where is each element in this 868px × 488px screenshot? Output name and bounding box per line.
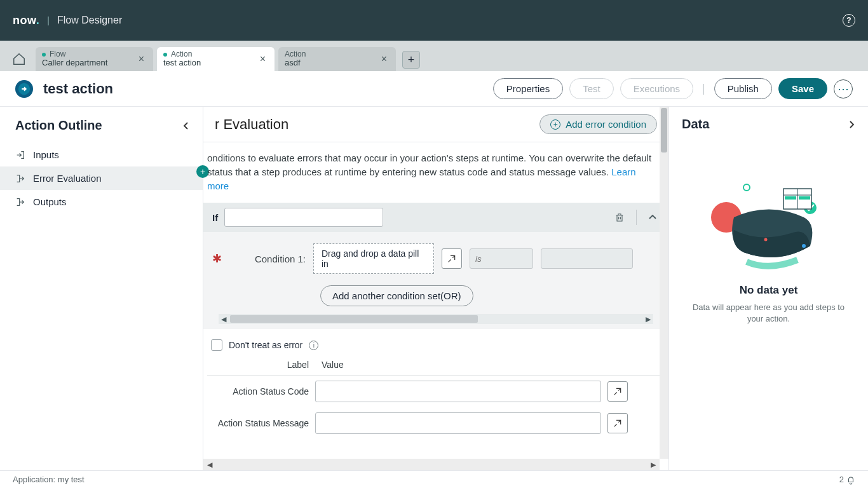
condition-header: If [203, 203, 668, 232]
outline-item-label: Inputs [33, 149, 59, 160]
tab-flow-caller-department[interactable]: Flow Caller department × [36, 47, 153, 71]
help-button[interactable]: ? [843, 14, 855, 27]
vertical-scrollbar[interactable] [660, 107, 668, 459]
add-tab-button[interactable]: + [402, 51, 420, 69]
app-header: now. | Flow Designer ? [0, 0, 868, 41]
chevron-right-icon[interactable] [848, 120, 855, 129]
input-icon [15, 150, 27, 160]
modified-dot-icon [42, 53, 46, 57]
value-input[interactable] [541, 248, 633, 269]
if-label: If [212, 212, 218, 223]
chevron-left-icon[interactable]: ◀ [219, 315, 229, 323]
separator: | [700, 82, 708, 95]
close-icon[interactable]: × [257, 52, 268, 66]
collapse-sidebar-button[interactable] [182, 121, 190, 130]
error-evaluation-panel: r Evaluation + Add error condition ondit… [203, 107, 668, 470]
action-status-message-row: Action Status Message [207, 407, 665, 439]
tab-action-asdf[interactable]: Action asdf × [278, 47, 396, 71]
info-icon[interactable]: i [309, 341, 318, 350]
data-pill-dropzone[interactable]: Drag and drop a data pill in [313, 243, 434, 274]
data-pill-picker-button[interactable] [607, 413, 628, 433]
bell-icon[interactable] [846, 475, 855, 485]
svg-rect-8 [799, 196, 810, 200]
dont-treat-as-error-checkbox[interactable] [211, 339, 222, 351]
collapse-condition-button[interactable] [646, 210, 660, 224]
close-icon[interactable]: × [136, 52, 147, 66]
home-tab[interactable] [6, 47, 32, 71]
close-icon[interactable]: × [379, 52, 390, 66]
no-data-body: Data will appear here as you add steps t… [682, 302, 855, 325]
outline-item-label: Error Evaluation [33, 173, 102, 184]
empty-state-illustration [709, 182, 829, 271]
no-data-title: No data yet [682, 284, 855, 297]
data-pill-picker-button[interactable] [442, 248, 462, 269]
data-pill-picker-button[interactable] [607, 381, 628, 402]
outline-item-label: Outputs [33, 196, 67, 207]
header-left: now. | Flow Designer [13, 14, 122, 27]
executions-button[interactable]: Executions [620, 78, 693, 99]
product-name: Flow Designer [57, 15, 122, 26]
tab-action-test-action[interactable]: Action test action × [157, 47, 275, 71]
field-label: Action Status Code [207, 386, 309, 396]
notification-count: 2 [839, 475, 844, 484]
divider: | [47, 15, 50, 25]
required-indicator: ✱ [212, 252, 228, 266]
action-status-message-input[interactable] [315, 412, 601, 434]
operator-select[interactable] [470, 248, 533, 269]
error-eval-icon [15, 173, 27, 184]
application-label: Application: my test [13, 475, 85, 484]
outline-item-outputs[interactable]: Outputs [0, 190, 203, 214]
logo: now. [13, 14, 39, 27]
chevron-left-icon[interactable]: ◀ [207, 461, 212, 469]
dont-treat-as-error-label: Don't treat as error [229, 340, 302, 350]
add-error-condition-button[interactable]: + Add error condition [539, 114, 657, 134]
field-label: Action Status Message [207, 418, 309, 428]
output-icon [15, 197, 27, 207]
panel-heading: r Evaluation [215, 116, 288, 133]
action-bar: test action Properties Test Executions |… [0, 71, 868, 107]
dont-treat-as-error-row: Don't treat as error i [207, 329, 665, 356]
action-status-code-input[interactable] [315, 381, 601, 402]
data-panel: Data No data yet [668, 107, 868, 470]
action-outline-sidebar: Action Outline Inputs Error Evaluation [0, 107, 203, 470]
panel-description: onditions to evaluate errors that may oc… [203, 142, 668, 196]
action-status-code-row: Action Status Code [207, 376, 665, 407]
save-button[interactable]: Save [778, 78, 827, 99]
chevron-right-icon[interactable]: ▶ [651, 461, 656, 469]
action-name: test action [43, 81, 113, 97]
data-panel-title: Data [682, 117, 709, 132]
main-area: Action Outline Inputs Error Evaluation [0, 107, 868, 470]
outline-item-inputs[interactable]: Inputs [0, 143, 203, 166]
modified-dot-icon [163, 53, 167, 57]
svg-point-1 [743, 184, 750, 191]
svg-point-10 [802, 244, 806, 248]
delete-condition-button[interactable] [612, 209, 627, 226]
test-button[interactable]: Test [569, 78, 614, 99]
condition-horizontal-scrollbar[interactable]: ◀ ▶ [219, 314, 653, 324]
action-icon [15, 80, 33, 98]
properties-button[interactable]: Properties [493, 78, 563, 99]
more-menu-button[interactable]: ⋯ [834, 79, 853, 98]
sidebar-title: Action Outline [15, 118, 102, 133]
publish-button[interactable]: Publish [714, 78, 772, 99]
add-condition-set-button[interactable]: Add another condition set(OR) [320, 285, 473, 306]
tabs-bar: Flow Caller department × Action test act… [0, 41, 868, 71]
condition-label: Condition 1: [236, 254, 306, 264]
condition-name-input[interactable] [224, 208, 383, 227]
condition-section: If ✱ Condition 1: [203, 203, 668, 329]
outline-item-error-evaluation[interactable]: Error Evaluation [0, 166, 203, 190]
svg-point-9 [764, 238, 767, 241]
label-value-header: Label Value [207, 356, 665, 376]
footer-bar: Application: my test 2 [0, 470, 868, 488]
plus-icon: + [550, 119, 560, 130]
chevron-right-icon[interactable]: ▶ [643, 315, 653, 323]
condition-row: ✱ Condition 1: Drag and drop a data pill… [212, 243, 660, 274]
svg-rect-7 [785, 196, 796, 200]
horizontal-scrollbar[interactable]: ◀ ▶ [203, 459, 660, 470]
